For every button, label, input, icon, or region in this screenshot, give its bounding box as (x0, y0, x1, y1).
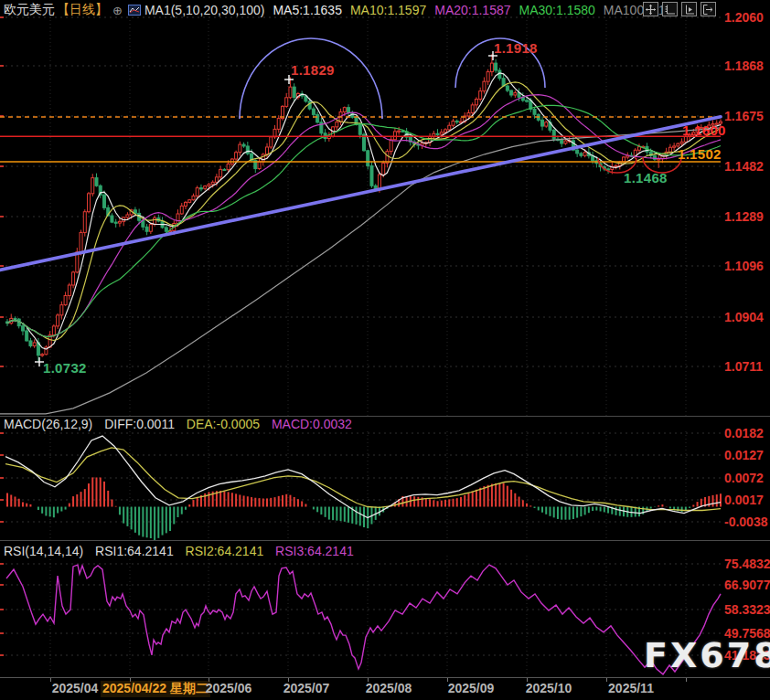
price-axis-label: 1.0711 (724, 359, 763, 374)
price-axis-label: 1.0904 (724, 310, 764, 324)
rsi-axis-label: 75.4832 (724, 557, 770, 571)
price-axis-label: 1.1289 (724, 209, 764, 224)
ma10-value: MA10:1.1597 (350, 3, 426, 17)
price-axis-label: 1.1096 (724, 259, 764, 273)
rsi-line (6, 565, 721, 674)
macd-axis-label: -0.0038 (724, 514, 767, 529)
ma20-line (7, 95, 721, 337)
date-label: 2025/08 (366, 681, 412, 695)
rsi-axis-label: 58.3323 (724, 602, 770, 617)
macd-title: MACD(26,12,9) (4, 417, 92, 431)
ma20-value: MA20:1.1587 (434, 3, 510, 17)
date-label: 2025/09 (448, 681, 495, 695)
macd-axis-label: 0.0017 (724, 493, 764, 507)
macd-axis-label: 0.0127 (724, 448, 764, 462)
trendline (0, 117, 721, 270)
trading-chart-window: 欧元美元 【日线】 ⊕ MA1(5,10,20,30,100) MA5:1.16… (0, 0, 770, 700)
ma5-value: MA5:1.1635 (273, 3, 342, 17)
price-annotation: 1.1502 (678, 146, 722, 162)
date-tick (686, 678, 687, 682)
macd-axis-label: 0.0072 (724, 471, 764, 485)
price-annotation: 1.1600 (682, 122, 726, 138)
price-annotation: 1.1468 (624, 170, 668, 186)
price-annotation: 1.1918 (494, 40, 538, 56)
axis-play-icon[interactable] (681, 2, 697, 16)
macd-axis-label: 0.0182 (724, 426, 764, 440)
macd-panel-header: MACD(26,12,9) DIFF:0.0011 DEA:-0.0005 MA… (4, 417, 360, 431)
exit-chart-icon[interactable] (700, 2, 716, 16)
chart-thumbnail-icon[interactable] (128, 5, 141, 16)
price-annotation: 1.1829 (291, 62, 335, 78)
rsi1-value: RSI1:64.2141 (95, 544, 174, 558)
rsi-title: RSI(14,14,14) (4, 544, 83, 558)
ma5-line (7, 73, 721, 349)
rsi-panel-header: RSI(14,14,14) RSI1:64.2141 RSI2:64.2141 … (4, 544, 362, 558)
symbol-name[interactable]: 欧元美元 (4, 2, 55, 18)
price-axis-label: 1.1868 (724, 58, 764, 73)
pan-crosshair-icon[interactable] (643, 2, 658, 16)
rsi3-value: RSI3:64.2141 (275, 544, 354, 558)
selected-date-label: 2025/04/22 星期二 (101, 681, 210, 697)
date-label: 2025/06 (206, 681, 252, 695)
watermark: FX678 (644, 635, 770, 675)
price-annotation: 1.0732 (43, 360, 87, 376)
macd-diff-value: DIFF:0.0011 (104, 417, 175, 431)
date-label: 2025/04 (52, 681, 99, 695)
price-axis-label: 1.1675 (724, 109, 764, 123)
date-label: 2025/10 (526, 681, 572, 695)
rsi2-value: RSI2:64.2141 (186, 544, 264, 558)
date-tick (606, 678, 607, 682)
rsi-axis-label: 66.9077 (724, 578, 770, 592)
macd-macd-value: MACD:0.0032 (272, 417, 352, 431)
date-axis[interactable]: 2025/042025/04/22 星期二2025/062025/072025/… (0, 677, 770, 700)
chart-toolbar (643, 2, 716, 16)
ma30-value: MA30:1.1580 (519, 3, 595, 17)
price-axis-label: 1.1482 (724, 159, 764, 174)
macd-dea-value: DEA:-0.0005 (187, 417, 260, 431)
circle-plus-icon[interactable]: ⊕ (112, 4, 123, 17)
date-label: 2025/11 (608, 681, 654, 695)
ma-settings-label: MA1(5,10,20,30,100) (144, 3, 265, 17)
timeframe-label[interactable]: 【日线】 (57, 2, 108, 18)
ma10-line (7, 82, 721, 341)
chart-canvas[interactable] (0, 0, 770, 700)
date-label: 2025/07 (283, 681, 330, 695)
axis-scale-icon[interactable] (662, 2, 678, 16)
